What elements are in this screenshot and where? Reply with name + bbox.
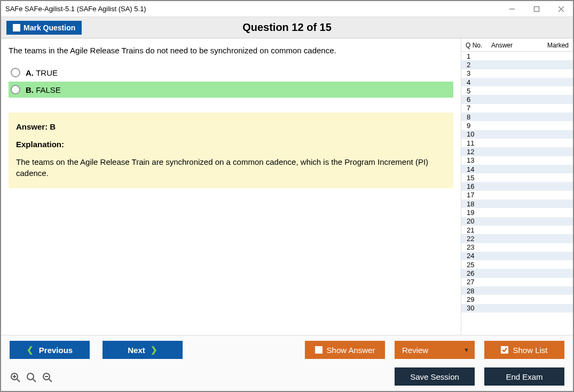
list-row[interactable]: 5 <box>461 86 573 95</box>
option[interactable]: A. TRUE <box>9 65 453 81</box>
list-row[interactable]: 27 <box>461 278 573 286</box>
row-number: 13 <box>466 156 478 164</box>
row-number: 27 <box>466 278 478 286</box>
svg-rect-1 <box>534 6 539 11</box>
explanation-text: The teams on the Agile Release Train are… <box>16 156 446 179</box>
zoom-in-icon[interactable] <box>10 372 21 383</box>
radio-icon <box>11 68 20 77</box>
row-number: 16 <box>466 182 478 190</box>
list-row[interactable]: 22 <box>461 234 573 243</box>
list-row[interactable]: 2 <box>461 60 573 69</box>
checkbox-icon <box>13 24 20 31</box>
list-row[interactable]: 3 <box>461 69 573 78</box>
row-number: 10 <box>466 130 478 138</box>
list-row[interactable]: 7 <box>461 104 573 113</box>
save-session-button[interactable]: Save Session <box>395 367 475 386</box>
checkbox-checked-icon <box>501 346 508 354</box>
list-row[interactable]: 20 <box>461 217 573 226</box>
list-row[interactable]: 21 <box>461 226 573 234</box>
explanation-label: Explanation: <box>16 140 446 149</box>
window-title: SAFe SAFe-Agilist-5.1 (SAFe Agilist (SA)… <box>5 5 146 13</box>
list-row[interactable]: 15 <box>461 173 573 182</box>
row-number: 20 <box>466 217 478 225</box>
list-row[interactable]: 25 <box>461 260 573 269</box>
row-number: 25 <box>466 261 478 269</box>
row-number: 28 <box>466 287 478 295</box>
show-list-button[interactable]: Show List <box>484 341 564 359</box>
review-dropdown[interactable]: Review ▼ <box>395 341 475 359</box>
list-row[interactable]: 12 <box>461 147 573 156</box>
row-number: 19 <box>466 209 478 217</box>
option[interactable]: B. FALSE <box>9 82 453 98</box>
list-body[interactable]: 1234567891011121314151617181920212223242… <box>461 52 573 335</box>
row-number: 26 <box>466 269 478 277</box>
button-row-1: ❮ Previous Next ❯ Show Answer Review ▼ <box>10 341 564 359</box>
question-text: The teams in the Agile Release Trains do… <box>9 46 453 55</box>
button-row-2: Save Session End Exam <box>10 367 564 386</box>
row-number: 4 <box>466 78 478 86</box>
maximize-button[interactable] <box>529 3 544 15</box>
row-number: 2 <box>466 61 478 69</box>
list-row[interactable]: 4 <box>461 78 573 86</box>
explanation-box: Answer: B Explanation: The teams on the … <box>9 113 453 188</box>
list-row[interactable]: 18 <box>461 199 573 208</box>
row-number: 7 <box>466 104 478 112</box>
row-number: 18 <box>466 200 478 208</box>
previous-label: Previous <box>39 346 73 355</box>
next-button[interactable]: Next ❯ <box>103 341 183 359</box>
row-number: 9 <box>466 122 478 130</box>
list-row[interactable]: 17 <box>461 191 573 199</box>
zoom-controls <box>10 370 53 383</box>
list-row[interactable]: 10 <box>461 130 573 139</box>
question-panel: The teams in the Agile Release Trains do… <box>1 38 461 335</box>
list-row[interactable]: 11 <box>461 139 573 147</box>
row-number: 6 <box>466 95 478 103</box>
option-label: A. TRUE <box>26 68 58 77</box>
row-number: 21 <box>466 226 478 234</box>
list-row[interactable]: 23 <box>461 243 573 252</box>
list-row[interactable]: 30 <box>461 304 573 313</box>
col-answer: Answer <box>491 42 529 49</box>
svg-line-5 <box>17 379 20 382</box>
end-exam-button[interactable]: End Exam <box>484 367 564 386</box>
body-area: The teams in the Agile Release Trains do… <box>1 38 573 335</box>
list-row[interactable]: 26 <box>461 269 573 277</box>
review-label: Review <box>402 346 428 355</box>
list-row[interactable]: 19 <box>461 208 573 217</box>
row-number: 11 <box>466 139 478 147</box>
row-number: 1 <box>466 52 478 60</box>
show-answer-button[interactable]: Show Answer <box>305 341 385 359</box>
list-row[interactable]: 1 <box>461 52 573 60</box>
list-row[interactable]: 16 <box>461 182 573 190</box>
row-number: 5 <box>466 87 478 95</box>
question-counter: Question 12 of 15 <box>242 21 332 34</box>
list-row[interactable]: 9 <box>461 121 573 130</box>
minimize-button[interactable] <box>505 3 520 15</box>
previous-button[interactable]: ❮ Previous <box>10 341 90 359</box>
col-qno: Q No. <box>466 42 491 49</box>
row-number: 30 <box>466 304 478 312</box>
list-row[interactable]: 28 <box>461 286 573 295</box>
list-row[interactable]: 24 <box>461 252 573 260</box>
row-number: 17 <box>466 191 478 199</box>
list-row[interactable]: 6 <box>461 95 573 103</box>
svg-point-8 <box>27 373 34 380</box>
window-controls <box>505 3 569 15</box>
list-row[interactable]: 29 <box>461 295 573 303</box>
answer-line: Answer: B <box>16 122 446 131</box>
svg-line-11 <box>49 379 52 382</box>
close-button[interactable] <box>554 3 569 15</box>
mark-question-button[interactable]: Mark Question <box>6 21 82 35</box>
row-number: 14 <box>466 165 478 173</box>
row-number: 22 <box>466 235 478 243</box>
list-row[interactable]: 13 <box>461 156 573 165</box>
zoom-out-icon[interactable] <box>42 372 53 383</box>
chevron-right-icon: ❯ <box>151 345 158 355</box>
list-row[interactable]: 14 <box>461 165 573 173</box>
list-row[interactable]: 8 <box>461 113 573 121</box>
radio-icon <box>11 85 20 94</box>
svg-line-9 <box>33 379 36 382</box>
row-number: 24 <box>466 252 478 260</box>
zoom-reset-icon[interactable] <box>26 372 37 383</box>
topbar: Mark Question Question 12 of 15 <box>1 17 573 38</box>
